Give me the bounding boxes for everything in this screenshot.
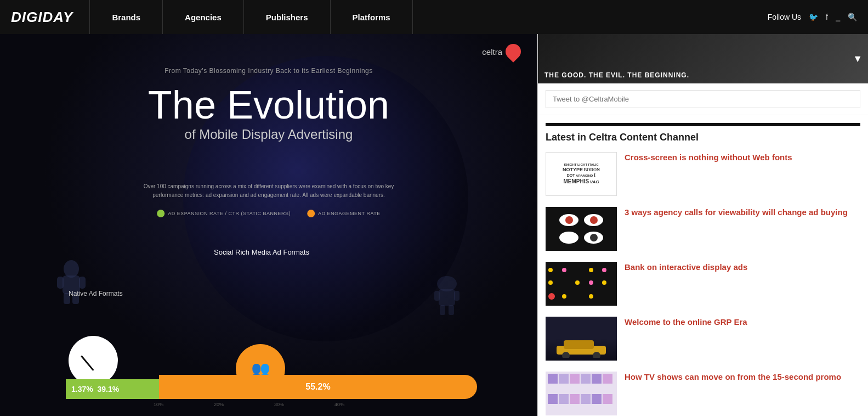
nav-brands[interactable]: Brands — [89, 0, 162, 34]
sidebar-scroll-icon[interactable]: ▼ — [853, 53, 863, 65]
tv-cell — [603, 374, 612, 384]
svg-rect-13 — [564, 340, 594, 349]
svg-rect-7 — [439, 289, 455, 306]
svg-rect-2 — [57, 277, 64, 289]
pupil-3 — [565, 234, 573, 241]
pac-dot — [602, 280, 606, 285]
tweet-input[interactable] — [546, 90, 860, 108]
legend-dot-green — [157, 210, 164, 217]
eye-3 — [559, 232, 578, 244]
tv-cell — [603, 394, 612, 404]
infographic-description: Over 100 campaigns running across a mix … — [143, 182, 395, 200]
latest-section-title: Latest in Celtra Content Channel — [546, 132, 860, 143]
pac-dot — [562, 268, 566, 272]
legend-item-2: AD ENGAGEMENT RATE — [307, 210, 381, 217]
svg-rect-10 — [440, 305, 445, 315]
article-link-4[interactable]: How TV shows can move on from the 15-sec… — [625, 372, 841, 383]
celtra-text: celtra — [482, 47, 502, 57]
tv-cell — [548, 394, 558, 404]
infographic-area: celtra From Today's Blossoming Industry … — [0, 34, 537, 416]
grid-label-20: 20% — [214, 402, 224, 407]
pac-dot — [575, 294, 580, 299]
rss-icon[interactable]: ⎯ — [836, 13, 840, 21]
pct1-label: 1.37% — [71, 385, 93, 393]
pct-bar-orange: 55.2% — [159, 375, 477, 399]
tv-cell — [570, 394, 580, 404]
sidebar-hero-image: THE GOOD. THE EVIL. THE BEGINNING. ▼ — [538, 34, 868, 83]
article-item: How TV shows can move on from the 15-sec… — [546, 372, 860, 415]
tv-cell — [548, 374, 558, 384]
svg-point-0 — [64, 260, 79, 278]
grid-label-40: 40% — [334, 402, 344, 407]
infographic-legend: AD EXPANSION RATE / CTR (STATIC BANNERS)… — [157, 210, 381, 217]
svg-rect-9 — [454, 291, 459, 301]
pac-dot — [589, 294, 593, 299]
article-link-0[interactable]: Cross-screen is nothing without Web font… — [625, 152, 792, 163]
latest-header-bar — [546, 123, 860, 126]
pac-dot — [589, 280, 593, 285]
article-item: 3 ways agency calls for viewability will… — [546, 207, 860, 251]
tv-cell — [559, 374, 569, 384]
tv-cell — [581, 394, 591, 404]
search-icon[interactable]: 🔍 — [848, 13, 857, 21]
social-rich-label: Social Rich Media Ad Formats — [214, 248, 309, 256]
title-line2: of Mobile Display Advertising — [148, 127, 389, 142]
pac-dot — [562, 280, 566, 285]
legend-dot-orange — [307, 210, 315, 217]
svg-rect-11 — [449, 305, 454, 315]
article-thumb-fonts: KNIGHT LIGHT ITALIC NOTYPE BODON DOT ARA… — [546, 152, 617, 196]
article-link-3[interactable]: Welcome to the online GRP Era — [625, 317, 747, 328]
main-column: celtra From Today's Blossoming Industry … — [0, 34, 537, 416]
grid-label-30: 30% — [274, 402, 284, 407]
eye-2 — [584, 214, 603, 226]
legend-item-1: AD EXPANSION RATE / CTR (STATIC BANNERS) — [157, 210, 291, 217]
svg-rect-3 — [79, 277, 86, 289]
nav-platforms[interactable]: Platforms — [330, 0, 413, 34]
eye-4 — [584, 232, 603, 244]
infographic-subtitle: From Today's Blossoming Industry Back to… — [164, 67, 373, 75]
page-content: celtra From Today's Blossoming Industry … — [0, 34, 868, 416]
tweet-box — [538, 83, 868, 115]
title-line1: The Evolution — [148, 83, 389, 127]
tv-cell — [570, 374, 580, 384]
nav-links: Brands Agencies Publishers Platforms — [89, 0, 767, 34]
facebook-icon[interactable]: f — [826, 13, 828, 21]
twitter-icon[interactable]: 🐦 — [809, 13, 818, 21]
astronaut-figure-left — [55, 259, 88, 308]
pac-dot — [548, 280, 553, 285]
nav-publishers[interactable]: Publishers — [243, 0, 330, 34]
article-thumb-car — [546, 317, 617, 361]
infographic-inner: celtra From Today's Blossoming Industry … — [0, 34, 537, 416]
pupil-1 — [565, 216, 573, 224]
gauge-circle — [69, 336, 118, 385]
article-item: Bank on interactive display ads — [546, 262, 860, 306]
article-thumb-eyes — [546, 207, 617, 251]
car-svg — [554, 336, 609, 358]
legend-label-1: AD EXPANSION RATE / CTR (STATIC BANNERS) — [168, 211, 291, 216]
nav-agencies[interactable]: Agencies — [162, 0, 243, 34]
pac-dot — [562, 294, 566, 299]
tv-cell — [581, 374, 591, 384]
pac-dot — [589, 268, 593, 272]
tv-cell — [592, 394, 602, 404]
article-item: Welcome to the online GRP Era — [546, 317, 860, 361]
pupil-2 — [590, 216, 598, 224]
pac-dot — [602, 294, 606, 299]
nav-right: Follow Us 🐦 f ⎯ 🔍 — [768, 13, 857, 21]
pac-dot — [575, 268, 580, 272]
pac-dot — [548, 293, 555, 300]
article-link-1[interactable]: 3 ways agency calls for viewability will… — [625, 207, 848, 218]
svg-rect-8 — [434, 291, 440, 301]
follow-us-label: Follow Us — [768, 13, 801, 21]
site-logo[interactable]: DIGIDAY — [11, 9, 73, 26]
gauge-needle — [80, 355, 94, 371]
pupil-4 — [590, 234, 598, 241]
native-ad-label: Native Ad Formats — [69, 290, 123, 297]
pac-dot — [575, 280, 580, 285]
svg-point-6 — [437, 276, 457, 291]
tv-cell — [559, 394, 569, 404]
grid-label-10: 10% — [154, 402, 163, 407]
pct3-label: 55.2% — [305, 382, 330, 392]
legend-label-2: AD ENGAGEMENT RATE — [318, 211, 381, 216]
article-link-2[interactable]: Bank on interactive display ads — [625, 262, 747, 273]
